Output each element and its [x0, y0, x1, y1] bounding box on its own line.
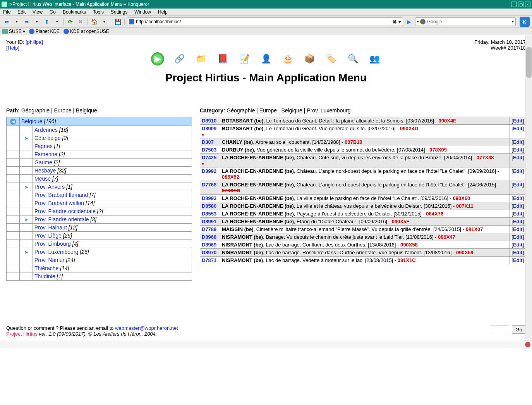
folder-icon[interactable]: 📁 [194, 52, 208, 65]
doc-id-link[interactable]: D8580 [202, 203, 216, 209]
category-link[interactable]: Thudinie [34, 273, 55, 279]
doc-id-link[interactable]: D7768 [202, 182, 216, 188]
edit-link[interactable]: Edit [513, 126, 523, 131]
menu-edit[interactable]: Edit [17, 9, 26, 15]
category-row[interactable]: Prov. Namur [24] [7, 256, 192, 264]
search-bar[interactable]: ▾ ▾ [415, 17, 516, 26]
menu-settings[interactable]: Settings [111, 9, 127, 15]
up-button[interactable]: ⬆ [43, 17, 51, 26]
edit-link[interactable]: Edit [513, 211, 523, 217]
forward-dropdown[interactable]: ▾ [33, 17, 41, 26]
category-link[interactable]: Thiérache [34, 265, 58, 271]
url-input[interactable] [136, 19, 391, 24]
bookmark-suse[interactable]: SUSE ▾ [2, 29, 25, 34]
menu-help[interactable]: Help [158, 9, 168, 15]
category-link[interactable]: Gaume [34, 159, 52, 165]
doc-id-link[interactable]: D8991 [202, 219, 216, 224]
category-link[interactable]: Prov. Brabant flamand [34, 192, 88, 198]
category-link[interactable]: Meuse [34, 176, 51, 182]
project-link[interactable]: Project Hirtius [6, 331, 38, 337]
back-button[interactable]: ⬅ [2, 17, 11, 26]
back-up-icon[interactable]: ◀ [10, 119, 16, 125]
category-row[interactable]: Prov. Brabant wallon [14] [7, 199, 192, 207]
category-link[interactable]: Prov. Hainaut [34, 224, 67, 231]
edit-link[interactable]: Edit [513, 219, 523, 224]
category-link[interactable]: Hesbaye [34, 167, 56, 174]
cake-icon[interactable]: 🎂 [281, 52, 294, 65]
category-link[interactable]: Prov. Anvers [34, 184, 65, 190]
doc-id-link[interactable]: D7871 [202, 257, 216, 263]
doc-id-link[interactable]: D8553 [202, 211, 216, 217]
edit-link[interactable]: Edit [513, 182, 523, 188]
category-row[interactable]: Famenne [2] [7, 150, 192, 158]
stop-button[interactable]: ✖ [76, 17, 85, 26]
category-row[interactable]: Prov. Hainaut [12] [7, 223, 192, 231]
reload-button[interactable]: ⟳ [66, 17, 75, 26]
save-button[interactable]: 💾 [113, 17, 122, 26]
category-row[interactable]: ➤Prov. Luxembourg [26] [7, 248, 192, 256]
menu-bookmarks[interactable]: Bookmarks [63, 9, 86, 15]
category-row[interactable]: Prov. Brabant flamand [7] [7, 191, 192, 199]
goto-button[interactable]: Go [512, 325, 526, 334]
category-link[interactable]: Prov. Limbourg [34, 241, 71, 247]
play-icon[interactable]: ▶ [151, 52, 164, 65]
category-row[interactable]: Meuse [7] [7, 174, 192, 183]
doc-id-link[interactable]: D7789 [202, 226, 216, 232]
clear-url-button[interactable]: ✖ [393, 19, 397, 25]
help-link[interactable]: Help [8, 45, 18, 51]
doc-id-link[interactable]: D8970 [202, 250, 216, 255]
home-button[interactable]: 🏠 [90, 17, 98, 26]
category-row[interactable]: Gaume [2] [7, 158, 192, 166]
edit-link[interactable]: Edit [513, 257, 523, 263]
category-row[interactable]: Prov. Flandre occidentale [2] [7, 207, 192, 215]
category-link[interactable]: Prov. Brabant wallon [34, 200, 84, 206]
edit-icon[interactable]: 📝 [238, 52, 251, 65]
category-row[interactable]: Prov. Limbourg [4] [7, 240, 192, 248]
edit-link[interactable]: Edit [513, 234, 523, 240]
doc-id-link[interactable]: D7425 [202, 155, 216, 160]
expand-icon[interactable]: ➤ [24, 184, 28, 190]
category-link[interactable]: Prov. Namur [34, 257, 65, 263]
user-id-link[interactable]: philipa [27, 39, 42, 45]
box-icon[interactable]: 📦 [303, 52, 316, 65]
bookmark-planet-kde[interactable]: Planet KDE [29, 29, 60, 34]
edit-link[interactable]: Edit [513, 118, 523, 124]
close-button[interactable]: × [525, 2, 530, 7]
maximize-button[interactable]: ▢ [518, 2, 523, 7]
edit-link[interactable]: Edit [513, 203, 523, 209]
doc-id-link[interactable]: D8993 [202, 195, 216, 201]
doc-id-link[interactable]: D8909 [202, 126, 216, 131]
doc-id-link[interactable]: D8992 [202, 168, 216, 174]
expand-icon[interactable]: ➤ [24, 250, 28, 255]
menu-view[interactable]: View [33, 9, 43, 15]
search-input[interactable] [427, 19, 512, 24]
doc-id-link[interactable]: D307 [202, 139, 214, 145]
doc-id-link[interactable]: D8968 [202, 234, 216, 240]
category-row[interactable]: ➤Côte belge [2] [7, 134, 192, 142]
webmaster-email-link[interactable]: webmaster@wopr.heron.net [115, 325, 178, 331]
back-dropdown[interactable]: ▾ [12, 17, 21, 26]
edit-link[interactable]: Edit [513, 155, 523, 160]
edit-link[interactable]: Edit [513, 139, 523, 145]
up-dropdown[interactable]: ▾ [53, 17, 61, 26]
category-link[interactable]: Côte belge [34, 135, 61, 141]
forward-button[interactable]: ➡ [22, 17, 31, 26]
search-engine-dropdown[interactable]: ▾ [417, 20, 419, 24]
category-link[interactable]: Prov. Liège [34, 233, 62, 239]
menu-window[interactable]: Window [134, 9, 151, 15]
go-button[interactable]: ▶ [407, 19, 411, 25]
doc-id-link[interactable]: D8910 [202, 118, 216, 124]
category-row[interactable]: Prov. Liège [26] [7, 231, 192, 240]
menu-tools[interactable]: Tools [93, 9, 104, 15]
book-icon[interactable]: 📕 [216, 52, 229, 65]
scrollbar[interactable] [525, 35, 532, 341]
edit-link[interactable]: Edit [513, 226, 523, 232]
bookmark-kde-opensuse[interactable]: KDE at openSUSE [63, 29, 109, 34]
tree-icon[interactable]: 🔗 [173, 52, 186, 65]
doc-id-link[interactable]: D7503 [202, 147, 216, 153]
category-link[interactable]: Fagnes [34, 143, 53, 149]
search-dropdown[interactable]: ▾ [512, 20, 514, 24]
search-icon[interactable]: 🔍 [346, 52, 359, 65]
tag-icon[interactable]: 🏷️ [324, 52, 338, 65]
category-row[interactable]: Thudinie [1] [7, 272, 192, 280]
